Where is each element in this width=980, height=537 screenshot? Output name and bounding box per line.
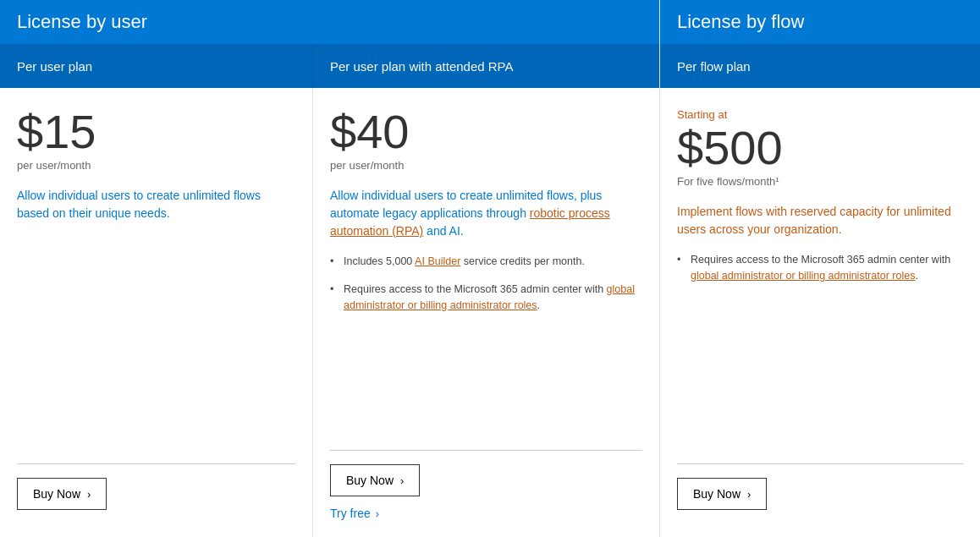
admin-roles-link-flow[interactable]: global administrator or billing administ… — [691, 270, 915, 282]
per-user-plan-label: Per user plan — [17, 59, 92, 74]
try-free-link[interactable]: Try free › — [330, 507, 642, 520]
license-by-flow-title: License by flow — [677, 11, 804, 33]
per-user-rpa-description: Allow individual users to create unlimit… — [330, 187, 642, 240]
pricing-page: License by user Per user plan Per user p… — [0, 0, 980, 537]
per-flow-description: Implement flows with reserved capacity f… — [677, 203, 963, 238]
per-user-price: $15 — [17, 108, 295, 156]
license-by-user-section: License by user Per user plan Per user p… — [0, 0, 660, 537]
per-flow-bullets: Requires access to the Microsoft 365 adm… — [677, 252, 963, 296]
per-user-plan-subheader: Per user plan — [0, 44, 313, 88]
per-user-rpa-price-unit: per user/month — [330, 159, 642, 172]
admin-roles-link-rpa[interactable]: global administrator or billing administ… — [344, 283, 635, 311]
per-flow-plan-label: Per flow plan — [677, 59, 751, 74]
per-flow-divider — [677, 463, 963, 464]
per-flow-plan-content: Starting at $500 For five flows/month¹ I… — [660, 88, 980, 537]
per-user-divider — [17, 463, 295, 464]
per-user-buy-now-arrow-icon: › — [87, 488, 91, 501]
per-flow-starting-at: Starting at — [677, 108, 963, 121]
per-user-description: Allow individual users to create unlimit… — [17, 187, 295, 222]
flow-plans-subheader-row: Per flow plan — [660, 44, 980, 88]
bullet-admin-center-rpa: Requires access to the Microsoft 365 adm… — [330, 282, 642, 314]
per-user-rpa-plan-label: Per user plan with attended RPA — [330, 59, 514, 74]
license-by-user-title: License by user — [17, 11, 147, 33]
license-by-flow-section: License by flow Per flow plan Starting a… — [660, 0, 980, 537]
per-user-rpa-divider — [330, 450, 642, 451]
per-user-rpa-plan-content: $40 per user/month Allow individual user… — [313, 88, 659, 537]
bullet-ai-builder: Includes 5,000 AI Builder service credit… — [330, 254, 642, 270]
license-by-user-header: License by user — [0, 0, 659, 44]
per-user-buy-now-button[interactable]: Buy Now › — [17, 478, 107, 510]
ai-builder-link[interactable]: AI Builder — [415, 255, 460, 267]
per-user-rpa-buy-now-arrow-icon: › — [400, 474, 404, 487]
per-user-rpa-bullets: Includes 5,000 AI Builder service credit… — [330, 254, 642, 325]
per-user-rpa-plan-subheader: Per user plan with attended RPA — [313, 44, 659, 88]
per-user-rpa-buy-now-label: Buy Now — [346, 474, 394, 487]
license-by-flow-header: License by flow — [660, 0, 980, 44]
per-user-rpa-price: $40 — [330, 108, 642, 156]
rpa-link[interactable]: robotic process automation (RPA) — [330, 206, 610, 238]
try-free-arrow-icon: › — [376, 507, 379, 520]
per-flow-plan-subheader: Per flow plan — [660, 44, 980, 88]
user-plans-content-row: $15 per user/month Allow individual user… — [0, 88, 659, 537]
per-flow-buy-now-label: Buy Now — [693, 487, 741, 501]
per-user-rpa-buy-now-button[interactable]: Buy Now › — [330, 464, 420, 496]
per-user-price-unit: per user/month — [17, 159, 295, 172]
per-flow-price-unit: For five flows/month¹ — [677, 175, 963, 188]
try-free-label: Try free — [330, 507, 371, 520]
per-flow-buy-now-arrow-icon: › — [747, 488, 751, 501]
user-plans-subheader-row: Per user plan Per user plan with attende… — [0, 44, 659, 88]
per-user-plan-content: $15 per user/month Allow individual user… — [0, 88, 313, 537]
per-flow-buy-now-button[interactable]: Buy Now › — [677, 478, 767, 510]
per-flow-price: $500 — [677, 124, 963, 172]
per-user-buy-now-label: Buy Now — [33, 487, 80, 501]
bullet-admin-center-flow: Requires access to the Microsoft 365 adm… — [677, 252, 963, 284]
